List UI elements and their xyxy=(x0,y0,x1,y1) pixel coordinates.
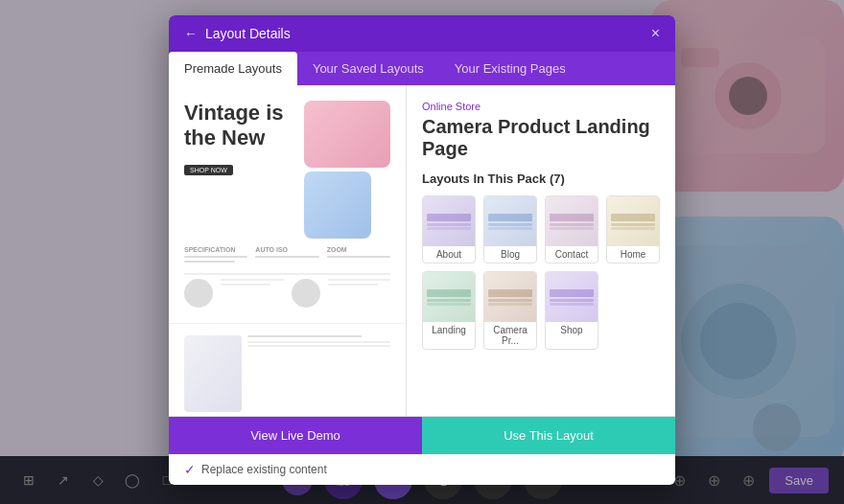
layout-thumb-landing[interactable]: Landing xyxy=(422,271,476,350)
modal-close-button[interactable]: × xyxy=(651,25,660,42)
detail-title: Camera Product Landing Page xyxy=(422,116,660,160)
preview-product-row xyxy=(184,335,390,412)
camera-pink-preview xyxy=(304,101,390,168)
thumb-home-label: Home xyxy=(607,246,659,263)
layouts-grid: About Blog xyxy=(422,195,660,350)
preview-avatar-1 xyxy=(184,279,213,308)
modal-header: ← Layout Details × xyxy=(169,15,675,52)
layout-thumb-contact[interactable]: Contact xyxy=(545,195,598,263)
detail-category: Online Store xyxy=(422,101,660,112)
thumb-shop-label: Shop xyxy=(546,322,598,338)
preview-section-vintage: Vintage is the New SHOP NOW Specificatio… xyxy=(169,85,406,324)
layouts-heading: Layouts In This Pack (7) xyxy=(422,172,660,186)
thumb-about-img xyxy=(423,196,475,246)
replace-label: Replace existing content xyxy=(201,463,327,476)
tab-premade-layouts[interactable]: Premade Layouts xyxy=(169,52,297,85)
thumb-landing-label: Landing xyxy=(423,322,475,338)
modal-footer-replace: ✓ Replace existing content xyxy=(169,454,675,485)
thumb-camera-label: Camera Pr... xyxy=(484,322,536,349)
thumb-camera-img xyxy=(484,272,536,322)
check-icon: ✓ xyxy=(184,462,196,477)
thumb-about-label: About xyxy=(423,246,475,263)
modal-footer: View Live Demo Use This Layout ✓ Replace… xyxy=(169,416,675,485)
thumb-shop-img xyxy=(546,272,598,322)
camera-blue-preview xyxy=(304,172,371,239)
modal-overlay: ← Layout Details × Premade Layouts Your … xyxy=(0,0,844,504)
preview-text-lines xyxy=(221,279,284,308)
preview-product-img xyxy=(184,335,242,412)
preview-cta-btn[interactable]: SHOP NOW xyxy=(184,165,233,175)
tab-existing-pages[interactable]: Your Existing Pages xyxy=(439,52,581,85)
modal-footer-buttons: View Live Demo Use This Layout xyxy=(169,417,675,454)
thumb-blog-label: Blog xyxy=(484,246,536,263)
preview-avatar-2 xyxy=(292,279,320,308)
layout-thumb-camera-product[interactable]: Camera Pr... xyxy=(483,271,537,350)
thumb-contact-label: Contact xyxy=(546,246,598,263)
thumb-landing-img xyxy=(423,272,475,322)
preview-cameras xyxy=(304,101,390,239)
preview-vintage-text: Vintage is the New xyxy=(184,101,296,151)
detail-panel: Online Store Camera Product Landing Page… xyxy=(407,85,675,416)
thumb-blog-img xyxy=(484,196,536,246)
preview-section-lorem: Lorem Ipsum Lorem ipsum dolor sit amet, … xyxy=(169,324,406,416)
layout-thumb-about[interactable]: About xyxy=(422,195,476,263)
preview-specs: Specification Auto ISO Zoom xyxy=(184,246,390,265)
modal-title: ← Layout Details xyxy=(184,26,291,41)
tab-saved-layouts[interactable]: Your Saved Layouts xyxy=(297,52,439,85)
layout-thumb-shop[interactable]: Shop xyxy=(545,271,598,350)
arrow-back-icon: ← xyxy=(184,26,198,41)
thumb-contact-img xyxy=(546,196,598,246)
thumb-home-img xyxy=(607,196,659,246)
preview-panel: Vintage is the New SHOP NOW Specificatio… xyxy=(169,85,407,416)
preview-text-lines-2 xyxy=(328,279,391,308)
layout-thumb-blog[interactable]: Blog xyxy=(483,195,537,263)
layout-thumb-home[interactable]: Home xyxy=(606,195,660,263)
layout-details-modal: ← Layout Details × Premade Layouts Your … xyxy=(169,15,675,485)
modal-body: Vintage is the New SHOP NOW Specificatio… xyxy=(169,85,675,416)
live-demo-button[interactable]: View Live Demo xyxy=(169,417,422,454)
preview-model-specs xyxy=(184,273,390,308)
use-layout-button[interactable]: Use This Layout xyxy=(422,417,675,454)
modal-tabs: Premade Layouts Your Saved Layouts Your … xyxy=(169,52,675,85)
